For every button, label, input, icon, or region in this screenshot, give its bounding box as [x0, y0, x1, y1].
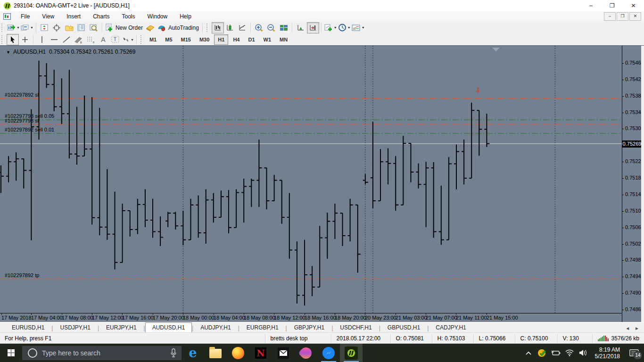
mail-taskbar-icon[interactable] — [272, 344, 295, 362]
menu-item-window[interactable]: Window — [141, 12, 174, 21]
market-watch-button[interactable] — [39, 22, 51, 33]
toolbar-grip[interactable] — [1, 24, 5, 32]
metaeditor-button[interactable] — [144, 22, 157, 33]
line-chart-button[interactable] — [236, 22, 248, 33]
power-icon[interactable] — [551, 348, 561, 358]
indicators-button[interactable]: ▼ — [324, 22, 338, 33]
chart-shift-handle-icon[interactable] — [492, 48, 500, 51]
vertical-line-tool[interactable] — [36, 34, 48, 45]
autotrading-button[interactable]: AutoTrading — [157, 22, 200, 33]
price-axis[interactable]: 0.754650.754250.753850.753450.753050.752… — [622, 46, 642, 322]
periods-button[interactable]: ▼ — [338, 22, 351, 33]
toolbar-separator — [250, 23, 251, 33]
timeframe-button-h1[interactable]: H1 — [214, 34, 228, 45]
menu-bar: FileViewInsertChartsToolsWindowHelp – ❐ … — [0, 11, 644, 22]
messenger-taskbar-icon[interactable] — [317, 344, 340, 362]
channel-tool[interactable]: E — [73, 34, 85, 45]
window-minimize-button[interactable]: – — [580, 0, 602, 11]
time-axis[interactable]: 17 May 201817 May 04:0017 May 08:0017 Ma… — [0, 313, 622, 323]
wifi-icon[interactable] — [565, 348, 574, 358]
timeframe-button-w1[interactable]: W1 — [260, 34, 275, 45]
chart-close-button[interactable]: ✕ — [629, 12, 641, 21]
zoom-out-button[interactable] — [265, 22, 278, 33]
timeframe-button-m5[interactable]: M5 — [161, 34, 176, 45]
data-window-button[interactable] — [51, 22, 63, 33]
text-label-tool[interactable]: T — [109, 34, 122, 45]
sell-arrow-marker-icon[interactable]: ⇩ — [475, 86, 481, 94]
timeframe-button-m1[interactable]: M1 — [146, 34, 160, 45]
timeframe-button-m30[interactable]: M30 — [196, 34, 213, 45]
menu-item-tools[interactable]: Tools — [116, 12, 141, 21]
strategy-tester-button[interactable] — [88, 22, 100, 33]
timeframe-button-mn[interactable]: MN — [276, 34, 291, 45]
tile-windows-button[interactable] — [278, 22, 290, 33]
window-maximize-button[interactable]: ❐ — [602, 0, 623, 11]
firefox-taskbar-icon[interactable] — [227, 344, 249, 362]
toolbar-grip[interactable] — [1, 35, 5, 44]
chart-tab-eurgbp-h1[interactable]: EURGBP,H1 — [239, 322, 286, 333]
chart-shift-button[interactable] — [307, 22, 319, 33]
chart-header[interactable]: ▼AUDUSD,H1 0.75304 0.75342 0.75261 0.752… — [6, 49, 135, 55]
timeframe-button-h4[interactable]: H4 — [229, 34, 243, 45]
cursor-arrow-icon — [11, 36, 15, 43]
chart-minimize-button[interactable]: – — [604, 12, 616, 21]
tray-expand-icon[interactable] — [524, 348, 533, 358]
new-chart-button[interactable]: ▼ — [7, 22, 20, 33]
chart-tab-usdjpy-h1[interactable]: USDJPY,H1 — [53, 322, 97, 333]
netflix-taskbar-icon[interactable]: N — [249, 344, 272, 362]
profiles-button[interactable]: ▼ — [20, 22, 34, 33]
action-center-icon[interactable]: 14 — [627, 346, 641, 360]
text-tool[interactable]: A — [97, 34, 109, 45]
start-button[interactable] — [0, 344, 22, 362]
auto-scroll-button[interactable] — [295, 22, 307, 33]
chevron-down-icon[interactable]: ▼ — [6, 50, 10, 55]
timeframe-button-d1[interactable]: D1 — [244, 34, 258, 45]
chart-tab-gbpjpy-h1[interactable]: GBPJPY,H1 — [287, 322, 331, 333]
chart-window-icon[interactable] — [3, 13, 11, 20]
trendline-tool[interactable] — [60, 34, 73, 45]
chart-tab-eurusd-h1[interactable]: EURUSD,H1 — [5, 322, 51, 333]
templates-button[interactable]: ▼ — [351, 22, 365, 33]
chart-tab-eurjpy-h1[interactable]: EURJPY,H1 — [99, 322, 143, 333]
tab-scroll-right-icon[interactable]: ► — [635, 326, 639, 331]
chart-tab-gbpusd-h1[interactable]: GBPUSD,H1 — [380, 322, 427, 333]
fibonacci-tool[interactable]: F — [85, 34, 97, 45]
chart-area[interactable]: ⇩ ▼AUDUSD,H1 0.75304 0.75342 0.75261 0.7… — [0, 45, 644, 322]
arrows-tool[interactable]: ▼ — [122, 34, 134, 45]
terminal-button[interactable] — [75, 22, 88, 33]
chart-tab-cadjpy-h1[interactable]: CADJPY,H1 — [429, 322, 473, 333]
timeframe-button-m15[interactable]: M15 — [177, 34, 195, 45]
chart-tab-usdchf-h1[interactable]: USDCHF,H1 — [333, 322, 379, 333]
microphone-icon[interactable] — [170, 348, 177, 358]
toolbar-grip[interactable] — [140, 35, 144, 44]
menu-item-file[interactable]: File — [15, 12, 36, 21]
chart-tab-audusd-h1[interactable]: AUDUSD,H1 — [145, 322, 192, 333]
new-order-button[interactable]: New Order — [105, 22, 144, 33]
chart-restore-button[interactable]: ❐ — [617, 12, 628, 21]
ohlc-bar — [371, 122, 376, 208]
edge-taskbar-icon[interactable]: e — [182, 344, 204, 362]
menu-item-view[interactable]: View — [36, 12, 60, 21]
menu-item-help[interactable]: Help — [173, 12, 198, 21]
candlestick-button[interactable] — [224, 22, 236, 33]
chart-tab-audjpy-h1[interactable]: AUDJPY,H1 — [193, 322, 238, 333]
window-close-button[interactable]: ✕ — [623, 0, 644, 11]
metatrader-taskbar-icon[interactable] — [340, 344, 363, 362]
norton-icon[interactable] — [537, 348, 547, 358]
price-chart-plot[interactable]: ⇩ — [0, 46, 622, 313]
toolbar-grip[interactable] — [206, 24, 210, 32]
navigator-button[interactable] — [63, 22, 75, 33]
taskbar-clock[interactable]: 8:19 AM 5/21/2018 — [592, 346, 623, 360]
zoom-in-button[interactable] — [253, 22, 265, 33]
paint3d-taskbar-icon[interactable] — [295, 344, 317, 362]
menu-item-charts[interactable]: Charts — [87, 12, 116, 21]
menu-item-insert[interactable]: Insert — [60, 12, 87, 21]
horizontal-line-tool[interactable] — [48, 34, 60, 45]
taskbar-search[interactable]: Type here to search — [22, 346, 182, 360]
crosshair-tool[interactable] — [19, 34, 31, 45]
bar-chart-button[interactable] — [212, 22, 224, 33]
tab-scroll-left-icon[interactable]: ◄ — [625, 326, 630, 331]
cursor-tool[interactable] — [7, 34, 19, 45]
speaker-icon[interactable] — [578, 348, 588, 358]
file-explorer-taskbar-icon[interactable] — [204, 344, 227, 362]
